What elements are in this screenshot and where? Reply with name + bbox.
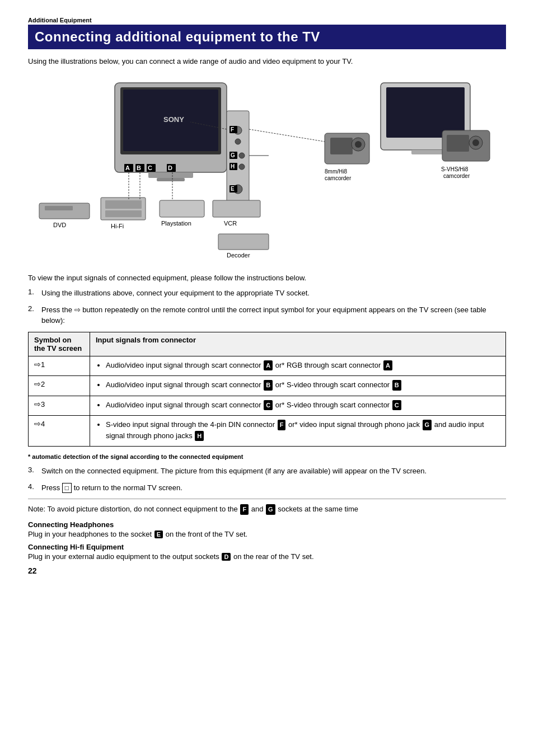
footnote: * automatic detection of the signal acco…	[28, 453, 506, 460]
step-2: 2. Press the ⇨ button repeatedly on the …	[28, 304, 506, 326]
svg-rect-32	[411, 150, 445, 154]
table-header-signal: Input signals from connector	[90, 332, 506, 356]
section-label: Additional Equipment	[28, 17, 506, 24]
table-cell-signal-4: S-video input signal through the 4-pin D…	[90, 416, 506, 447]
table-cell-symbol-1: ⇨1	[29, 356, 90, 376]
svg-point-42	[472, 139, 479, 146]
table-cell-symbol-2: ⇨2	[29, 376, 90, 396]
step-1: 1. Using the illustrations above, connec…	[28, 288, 506, 299]
table-row: ⇨4 S-video input signal through the 4-pi…	[29, 416, 506, 447]
svg-rect-56	[218, 234, 269, 250]
step-4: 4. Press □ to return to the normal TV sc…	[28, 482, 506, 494]
table-row: ⇨2 Audio/video input signal through scar…	[29, 376, 506, 396]
headphones-text: Plug in your headphones to the socket E …	[28, 530, 506, 538]
headphones-title: Connecting Headphones	[28, 520, 506, 529]
hifi-section: Connecting Hi-fi Equipment Plug in your …	[28, 543, 506, 561]
headphones-section: Connecting Headphones Plug in your headp…	[28, 520, 506, 538]
svg-text:VCR: VCR	[224, 220, 237, 227]
svg-text:D: D	[168, 165, 172, 171]
instructions-intro: To view the input signals of connected e…	[28, 274, 506, 282]
svg-text:H: H	[231, 163, 235, 170]
step-1-text: Using the illustrations above, connect y…	[41, 288, 310, 299]
diagram-area: SONY A B C D F G	[28, 74, 506, 265]
svg-text:Hi-Fi: Hi-Fi	[111, 223, 124, 229]
svg-text:G: G	[231, 152, 235, 158]
table-row: ⇨1 Audio/video input signal through scar…	[29, 356, 506, 376]
svg-text:F: F	[231, 126, 234, 133]
svg-rect-4	[148, 172, 193, 178]
svg-rect-40	[447, 135, 469, 152]
table-cell-signal-3: Audio/video input signal through scart c…	[90, 396, 506, 416]
svg-text:E: E	[231, 186, 235, 192]
svg-text:SONY: SONY	[163, 115, 184, 124]
svg-text:camcorder: camcorder	[325, 175, 352, 181]
svg-line-61	[249, 129, 325, 142]
svg-rect-52	[160, 200, 204, 217]
table-cell-symbol-3: ⇨3	[29, 396, 90, 416]
table-cell-signal-2: Audio/video input signal through scart c…	[90, 376, 506, 396]
step-1-num: 1.	[28, 288, 41, 299]
svg-rect-34	[330, 138, 353, 154]
step-3-text: Switch on the connected equipment. The p…	[41, 466, 427, 477]
hifi-text: Plug in your external audio equipment to…	[28, 552, 506, 561]
svg-rect-49	[105, 200, 142, 209]
step-3-num: 3.	[28, 466, 41, 477]
svg-point-10	[239, 153, 245, 158]
svg-point-8	[235, 139, 241, 144]
connector-table: Symbol onthe TV screen Input signals fro…	[28, 332, 506, 447]
svg-text:DVD: DVD	[53, 222, 66, 228]
table-cell-signal-1: Audio/video input signal through scart c…	[90, 356, 506, 376]
page-number: 22	[28, 566, 506, 575]
page-title: Connecting additional equipment to the T…	[35, 29, 499, 45]
table-cell-symbol-4: ⇨4	[29, 416, 90, 447]
step-2-text: Press the ⇨ button repeatedly on the rem…	[41, 304, 506, 326]
hifi-title: Connecting Hi-fi Equipment	[28, 543, 506, 551]
step-4-text: Press □ to return to the normal TV scree…	[41, 482, 182, 494]
svg-text:A: A	[125, 165, 130, 171]
svg-text:8mm/Hi8: 8mm/Hi8	[325, 168, 347, 175]
svg-rect-5	[157, 178, 185, 181]
table-row: ⇨3 Audio/video input signal through scar…	[29, 396, 506, 416]
step-4-num: 4.	[28, 482, 41, 494]
svg-rect-46	[45, 206, 73, 210]
svg-text:C: C	[148, 165, 152, 171]
svg-rect-50	[105, 210, 142, 217]
intro-text: Using the illustrations below, you can c…	[28, 57, 506, 65]
step-2-num: 2.	[28, 304, 41, 326]
svg-text:Playstation: Playstation	[161, 220, 191, 227]
step-3: 3. Switch on the connected equipment. Th…	[28, 466, 506, 477]
svg-point-36	[355, 141, 362, 148]
table-header-symbol: Symbol onthe TV screen	[29, 332, 90, 356]
diagram-svg: SONY A B C D F G	[28, 74, 506, 265]
svg-text:S-VHS/Hi8: S-VHS/Hi8	[441, 166, 469, 172]
svg-point-12	[239, 164, 245, 170]
svg-rect-45	[39, 203, 90, 219]
svg-text:camcorder: camcorder	[443, 173, 470, 179]
svg-text:Decoder: Decoder	[227, 252, 250, 259]
note-section: Note: To avoid picture distortion, do no…	[28, 499, 506, 515]
page-title-bar: Connecting additional equipment to the T…	[28, 25, 506, 49]
svg-text:B: B	[137, 165, 141, 171]
svg-rect-54	[213, 200, 260, 217]
